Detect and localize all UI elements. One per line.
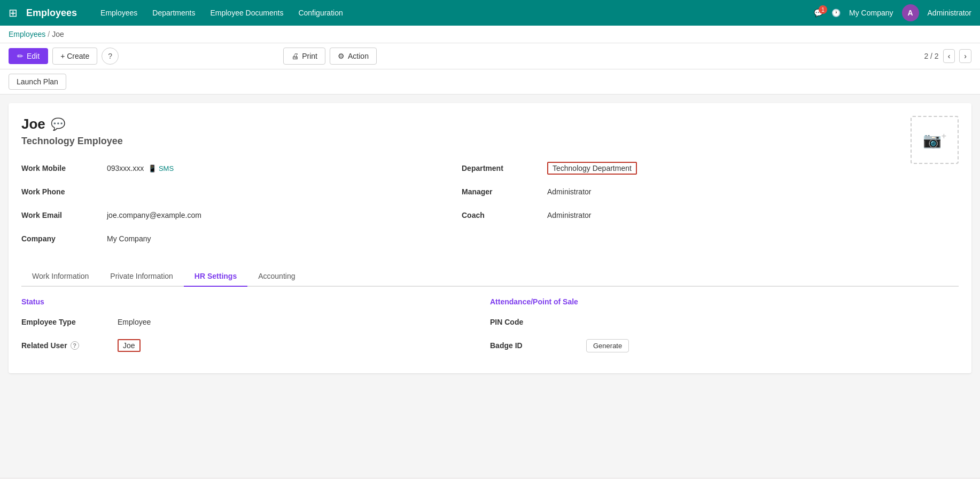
status-section: Status Employee Type Employee Related Us…: [21, 297, 490, 360]
related-user-label: Related User ?: [21, 341, 118, 350]
work-mobile-value: 093xxx.xxx 📱 SMS: [107, 164, 174, 172]
employee-photo[interactable]: 📷+: [911, 116, 959, 164]
generate-button[interactable]: Generate: [586, 339, 629, 352]
tab-work-information[interactable]: Work Information: [21, 266, 99, 287]
employee-type-value: Employee: [118, 318, 151, 326]
company-label: Company: [21, 234, 107, 243]
status-title: Status: [21, 297, 490, 306]
notification-icon[interactable]: 💬 1: [814, 9, 823, 17]
edit-button[interactable]: ✏ Edit: [9, 48, 48, 64]
manager-row: Manager Administrator: [462, 183, 902, 200]
user-avatar[interactable]: A: [902, 4, 919, 21]
gear-icon: ⚙: [338, 52, 345, 60]
company-row: Company My Company: [21, 230, 462, 247]
app-title: Employees: [26, 7, 77, 19]
related-user-row: Related User ? Joe: [21, 337, 490, 354]
phone-icon: 📱: [148, 164, 157, 172]
tab-hr-settings[interactable]: HR Settings: [184, 266, 247, 287]
coach-label: Coach: [462, 211, 547, 219]
chat-bubble-icon[interactable]: 💬: [51, 117, 65, 131]
coach-row: Coach Administrator: [462, 207, 902, 224]
tabs-bar: Work Information Private Information HR …: [21, 266, 959, 287]
prev-record-button[interactable]: ‹: [943, 49, 955, 63]
nav-employees[interactable]: Employees: [94, 6, 144, 19]
employee-job-title: Technology Employee: [21, 136, 959, 147]
pin-code-label: PIN Code: [490, 318, 586, 326]
department-value[interactable]: Technology Department: [547, 162, 637, 175]
work-mobile-label: Work Mobile: [21, 164, 107, 172]
employee-fields: Work Mobile 093xxx.xxx 📱 SMS Work Phone …: [21, 160, 902, 254]
breadcrumb-parent[interactable]: Employees: [9, 30, 45, 38]
print-button[interactable]: 🖨 Print: [283, 48, 325, 65]
work-phone-label: Work Phone: [21, 187, 107, 196]
action-button[interactable]: ⚙ Action: [330, 48, 377, 65]
related-user-value[interactable]: Joe: [118, 339, 141, 352]
manager-label: Manager: [462, 187, 547, 196]
manager-value: Administrator: [547, 187, 591, 196]
company-value: My Company: [107, 234, 151, 243]
nav-right: 💬 1 🕐 My Company A Administrator: [814, 4, 971, 21]
pin-code-row: PIN Code: [490, 313, 959, 331]
badge-id-row: Badge ID Generate: [490, 337, 959, 354]
department-row: Department Technology Department: [462, 160, 902, 177]
work-email-label: Work Email: [21, 211, 107, 219]
top-nav: ⊞ Employees Employees Departments Employ…: [0, 0, 980, 26]
employee-type-row: Employee Type Employee: [21, 313, 490, 331]
breadcrumb: Employees / Joe: [0, 26, 980, 43]
print-icon: 🖨: [291, 52, 299, 60]
launch-plan-button[interactable]: Launch Plan: [9, 74, 66, 90]
attendance-title: Attendance/Point of Sale: [490, 297, 959, 306]
badge-id-label: Badge ID: [490, 341, 586, 350]
employee-type-label: Employee Type: [21, 318, 118, 326]
edit-icon: ✏: [17, 52, 24, 60]
employee-name: Joe 💬: [21, 116, 902, 132]
app-grid-icon[interactable]: ⊞: [9, 6, 18, 19]
work-email-row: Work Email joe.company@example.com: [21, 207, 462, 224]
company-name: My Company: [849, 9, 893, 17]
help-button[interactable]: ?: [102, 48, 119, 65]
sms-link[interactable]: 📱 SMS: [148, 164, 174, 172]
action-bar: ✏ Edit + Create ? 🖨 Print ⚙ Action 2 / 2…: [0, 43, 980, 69]
tab-private-information[interactable]: Private Information: [99, 266, 184, 287]
work-phone-row: Work Phone: [21, 183, 462, 200]
work-mobile-row: Work Mobile 093xxx.xxx 📱 SMS: [21, 160, 462, 177]
attendance-section: Attendance/Point of Sale PIN Code Badge …: [490, 297, 959, 360]
department-label: Department: [462, 164, 547, 172]
fields-left: Work Mobile 093xxx.xxx 📱 SMS Work Phone …: [21, 160, 462, 254]
nav-links: Employees Departments Employee Documents…: [94, 6, 810, 19]
notification-badge: 1: [819, 5, 827, 14]
fields-right: Department Technology Department Manager…: [462, 160, 902, 254]
clock-icon[interactable]: 🕐: [831, 9, 841, 17]
camera-icon: 📷+: [923, 131, 946, 149]
nav-departments[interactable]: Departments: [146, 6, 201, 19]
create-button[interactable]: + Create: [52, 48, 97, 65]
tab-accounting[interactable]: Accounting: [247, 266, 306, 287]
user-name: Administrator: [928, 9, 971, 17]
nav-configuration[interactable]: Configuration: [292, 6, 349, 19]
record-counter: 2 / 2 ‹ ›: [924, 49, 971, 63]
breadcrumb-current: Joe: [52, 30, 64, 38]
next-record-button[interactable]: ›: [959, 49, 971, 63]
coach-value: Administrator: [547, 211, 591, 219]
main-content: 📷+ Joe 💬 Technology Employee Work Mobile…: [0, 95, 980, 477]
form-card: 📷+ Joe 💬 Technology Employee Work Mobile…: [9, 103, 971, 373]
work-email-value: joe.company@example.com: [107, 211, 201, 219]
breadcrumb-separator: /: [48, 30, 50, 38]
hr-settings-content: Status Employee Type Employee Related Us…: [21, 297, 959, 360]
launch-bar: Launch Plan: [0, 69, 980, 95]
nav-employee-documents[interactable]: Employee Documents: [204, 6, 290, 19]
related-user-help-icon[interactable]: ?: [71, 341, 79, 350]
